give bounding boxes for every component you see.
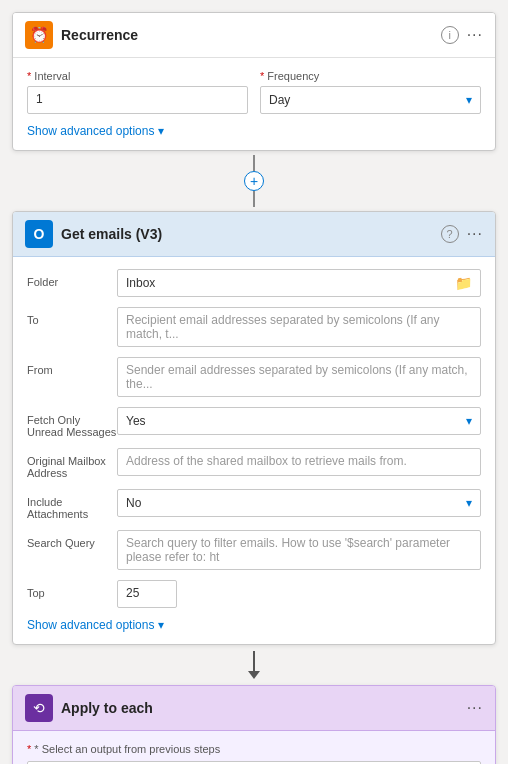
to-label: To [27, 307, 117, 326]
to-input[interactable]: Recipient email addresses separated by s… [117, 307, 481, 347]
chevron-down-attachments: ▾ [466, 496, 472, 510]
top-label: Top [27, 580, 117, 599]
get-emails-header: O Get emails (V3) ? ··· [13, 212, 495, 257]
fetch-row: Fetch Only Unread Messages Yes ▾ [27, 407, 481, 438]
include-attachments-label: Include Attachments [27, 489, 117, 520]
frequency-field: Frequency Day ▾ [260, 70, 481, 114]
recurrence-info-icon[interactable]: i [441, 26, 459, 44]
connector-line-1 [253, 155, 255, 171]
frequency-select[interactable]: Day ▾ [260, 86, 481, 114]
apply-each-menu-icon[interactable]: ··· [467, 699, 483, 717]
recurrence-body: Interval 1 Frequency Day ▾ Show advanced… [13, 58, 495, 150]
top-input[interactable]: 25 [117, 580, 177, 608]
recurrence-menu-icon[interactable]: ··· [467, 26, 483, 44]
outlook-icon: O [34, 226, 45, 242]
recurrence-show-advanced[interactable]: Show advanced options ▾ [27, 124, 481, 138]
get-emails-body: Folder Inbox 📁 To Recipient email addres… [13, 257, 495, 644]
get-emails-show-advanced[interactable]: Show advanced options ▾ [27, 618, 481, 632]
recurrence-header: ⏰ Recurrence i ··· [13, 13, 495, 58]
apply-each-card: ⟲ Apply to each ··· * * Select an output… [12, 685, 496, 764]
folder-value: Inbox [126, 276, 155, 290]
frequency-label: Frequency [260, 70, 481, 82]
chevron-down-icon: ▾ [466, 93, 472, 107]
original-mailbox-label: Original Mailbox Address [27, 448, 117, 479]
apply-each-body: * * Select an output from previous steps… [13, 731, 495, 764]
include-attachments-value: No [126, 496, 141, 510]
get-emails-title: Get emails (V3) [61, 226, 433, 242]
recurrence-header-actions: i ··· [441, 26, 483, 44]
chevron-down-fetch: ▾ [466, 414, 472, 428]
interval-label: Interval [27, 70, 248, 82]
add-step-button[interactable]: + [244, 171, 264, 191]
to-row: To Recipient email addresses separated b… [27, 307, 481, 347]
recurrence-inline-row: Interval 1 Frequency Day ▾ [27, 70, 481, 114]
from-input[interactable]: Sender email addresses separated by semi… [117, 357, 481, 397]
flow-container: ⏰ Recurrence i ··· Interval 1 Frequency … [0, 0, 508, 764]
connector-line-2 [253, 191, 255, 207]
recurrence-title: Recurrence [61, 27, 433, 43]
get-emails-menu-icon[interactable]: ··· [467, 225, 483, 243]
get-emails-info-icon[interactable]: ? [441, 225, 459, 243]
folder-select[interactable]: Inbox 📁 [117, 269, 481, 297]
folder-icon: 📁 [455, 275, 472, 291]
apply-each-icon-bg: ⟲ [25, 694, 53, 722]
get-emails-header-actions: ? ··· [441, 225, 483, 243]
search-query-input[interactable]: Search query to filter emails. How to us… [117, 530, 481, 570]
from-row: From Sender email addresses separated by… [27, 357, 481, 397]
recurrence-icon-bg: ⏰ [25, 21, 53, 49]
apply-each-header: ⟲ Apply to each ··· [13, 686, 495, 731]
chevron-down-icon-get-emails: ▾ [158, 618, 164, 632]
arrow-connector-1 [248, 645, 260, 685]
arrow-line-1 [253, 651, 255, 671]
search-query-row: Search Query Search query to filter emai… [27, 530, 481, 570]
chevron-down-icon-advanced: ▾ [158, 124, 164, 138]
show-advanced-label: Show advanced options [27, 124, 154, 138]
arrow-head-1 [248, 671, 260, 679]
interval-field: Interval 1 [27, 70, 248, 114]
get-emails-card: O Get emails (V3) ? ··· Folder Inbox 📁 T… [12, 211, 496, 645]
original-mailbox-row: Original Mailbox Address Address of the … [27, 448, 481, 479]
original-mailbox-input[interactable]: Address of the shared mailbox to retriev… [117, 448, 481, 476]
fetch-label: Fetch Only Unread Messages [27, 407, 117, 438]
recurrence-card: ⏰ Recurrence i ··· Interval 1 Frequency … [12, 12, 496, 151]
top-row: Top 25 [27, 580, 481, 608]
include-attachments-row: Include Attachments No ▾ [27, 489, 481, 520]
apply-each-header-actions: ··· [467, 699, 483, 717]
outlook-icon-bg: O [25, 220, 53, 248]
from-label: From [27, 357, 117, 376]
select-output-label: * * Select an output from previous steps [27, 743, 481, 755]
apply-each-title: Apply to each [61, 700, 459, 716]
fetch-value: Yes [126, 414, 146, 428]
folder-row: Folder Inbox 📁 [27, 269, 481, 297]
clock-icon: ⏰ [30, 26, 49, 44]
interval-input[interactable]: 1 [27, 86, 248, 114]
search-query-label: Search Query [27, 530, 117, 549]
fetch-select[interactable]: Yes ▾ [117, 407, 481, 435]
connector-1: + [244, 151, 264, 211]
include-attachments-select[interactable]: No ▾ [117, 489, 481, 517]
frequency-value: Day [269, 93, 290, 107]
get-emails-show-advanced-label: Show advanced options [27, 618, 154, 632]
apply-each-icon: ⟲ [33, 700, 45, 716]
folder-label: Folder [27, 269, 117, 288]
